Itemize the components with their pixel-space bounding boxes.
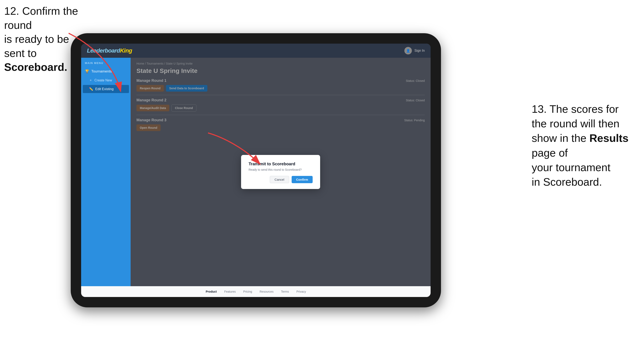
footer-product[interactable]: Product xyxy=(206,290,217,293)
sidebar-item-create-new[interactable]: ＋ Create New xyxy=(81,76,131,85)
modal-confirm-btn[interactable]: Confirm xyxy=(292,176,313,183)
header-right: 👤 Sign In xyxy=(404,47,425,54)
logo: LeaderboardKing xyxy=(87,47,132,54)
tablet-screen: LeaderboardKing 👤 Sign In MAIN MENU 🏆 To… xyxy=(81,44,430,297)
sidebar: MAIN MENU 🏆 Tournaments ＋ Create New ✏️ … xyxy=(81,58,131,286)
footer-resources[interactable]: Resources xyxy=(260,290,274,293)
avatar: 👤 xyxy=(404,47,412,54)
instruction-top: 12. Confirm the round is ready to be sen… xyxy=(4,4,92,74)
footer-privacy[interactable]: Privacy xyxy=(296,290,306,293)
footer-pricing[interactable]: Pricing xyxy=(243,290,252,293)
tablet-frame: LeaderboardKing 👤 Sign In MAIN MENU 🏆 To… xyxy=(71,33,441,307)
modal-box: Transmit to Scoreboard Ready to send thi… xyxy=(241,155,320,189)
sign-in-link[interactable]: Sign In xyxy=(414,49,425,52)
modal-cancel-btn[interactable]: Cancel xyxy=(270,176,289,183)
plus-icon: ＋ xyxy=(89,78,92,82)
create-new-label: Create New xyxy=(94,78,112,82)
modal-overlay: Transmit to Scoreboard Ready to send thi… xyxy=(131,58,430,286)
instruction-right: 13. The scores for the round will then s… xyxy=(532,102,640,189)
modal-title: Transmit to Scoreboard xyxy=(248,162,313,166)
app-header: LeaderboardKing 👤 Sign In xyxy=(81,44,430,58)
footer-terms[interactable]: Terms xyxy=(281,290,289,293)
app-footer: Product Features Pricing Resources Terms… xyxy=(81,286,430,297)
main-layout: MAIN MENU 🏆 Tournaments ＋ Create New ✏️ … xyxy=(81,58,430,286)
modal-subtitle: Ready to send this round to Scoreboard? xyxy=(248,168,313,171)
edit-existing-label: Edit Existing xyxy=(95,87,114,91)
edit-icon: ✏️ xyxy=(89,87,93,91)
tournaments-label: Tournaments xyxy=(91,69,112,74)
sidebar-item-edit-existing[interactable]: ✏️ Edit Existing xyxy=(83,85,129,93)
content-area: Home / Tournaments / State U Spring Invi… xyxy=(131,58,430,286)
logo-area: LeaderboardKing xyxy=(87,47,132,54)
modal-actions: Cancel Confirm xyxy=(248,176,313,183)
footer-features[interactable]: Features xyxy=(224,290,236,293)
